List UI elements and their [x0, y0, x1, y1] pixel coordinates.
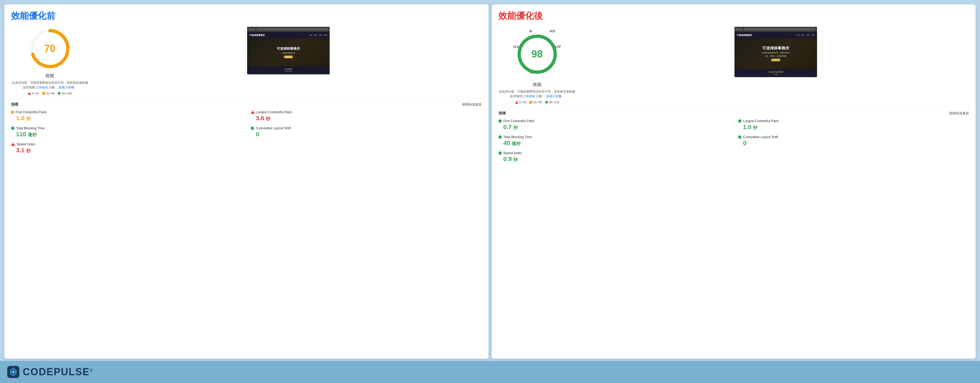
before-si-value: 3.1 秒 [16, 147, 242, 154]
after-cls-label: Cumulative Layout Shift [743, 135, 778, 139]
browser-url-bar [256, 28, 328, 31]
before-panel: 效能優化前 70 效能 此為預估值，可能與實際情況有所不同，系統會直接根據這些指… [5, 5, 488, 359]
before-metric-cls-name-row: Cumulative Layout Shift [251, 126, 482, 130]
before-metric-lcp: Largest Contentful Paint 3.6 秒 [251, 110, 482, 122]
after-metric-tbt-name-row: Total Blocking Time [498, 135, 729, 139]
after-metric-lcp-name-row: Largest Contentful Paint [738, 119, 969, 123]
after-score-value: 98 [531, 48, 542, 60]
after-si-value: 0.9 秒 [503, 155, 729, 163]
after-nav-item-3: 服務 [807, 34, 810, 36]
before-tbt-icon [11, 127, 14, 130]
after-legend-green: 90–100 [545, 101, 559, 104]
dot3 [253, 29, 255, 30]
after-cls-value: 0 [743, 139, 969, 147]
after-fcp-icon [498, 119, 502, 123]
before-title: 效能優化前 [11, 10, 482, 22]
codepulse-icon [6, 365, 20, 378]
after-browser-url-bar [744, 28, 815, 31]
after-dot2 [738, 29, 740, 30]
before-metric-fcp: First Contentful Paint 1.0 秒 [11, 110, 242, 122]
after-metric-fcp-name-row: First Contentful Paint [498, 119, 729, 123]
dot2 [251, 29, 252, 30]
legend-orange: 50–89 [42, 92, 55, 95]
after-footer-text: 法律服務 [773, 73, 778, 75]
after-dot1 [736, 29, 738, 30]
before-performance-label: 效能 [45, 73, 54, 79]
legend-green-icon [58, 92, 60, 95]
after-metrics-label: 指標 [498, 111, 506, 116]
before-calc-link[interactable]: 計算效能 [36, 85, 48, 89]
before-si-label: Speed Index [17, 142, 35, 146]
before-metrics-label: 指標 [11, 102, 18, 107]
after-footer-logo: 法律顧問服務團隊 [768, 71, 783, 73]
before-metric-tbt: Total Blocking Time 110 毫秒 [11, 126, 242, 138]
before-fcp-value: 1.0 秒 [16, 115, 242, 122]
before-website-screenshot: 可道律師事務所 首頁 關於 服務 聯絡 可道律師事務所 法律顧問服務首選 聯 [247, 27, 330, 74]
after-site-logo: 可道律師事務所 [737, 34, 752, 37]
before-browser-mock: 可道律師事務所 首頁 關於 服務 聯絡 可道律師事務所 法律顧問服務首選 聯 [247, 27, 329, 74]
after-metric-si: Speed Index 0.9 秒 [498, 151, 729, 163]
after-lcp-label: Largest Contentful Paint [743, 119, 779, 123]
before-tbt-label: Total Blocking Time [16, 126, 45, 130]
footer: CODEPULSE® [0, 361, 980, 383]
after-calc-link2[interactable]: 查看計算機 [546, 95, 561, 98]
after-nav-items: 首頁 關於 服務 聯絡 [797, 34, 815, 36]
after-hero: 可道律師事務所 法律顧問網頁服務首選，免費法律諮詢 訴訟「訂閱式」法律顧問服務 … [735, 38, 817, 69]
after-metric-tbt: Total Blocking Time 40 毫秒 [498, 135, 729, 147]
legend-orange-icon [42, 92, 45, 95]
before-desc: 此為預估值，可能與實際情況有所不同，系統會直接根據這些指標 計算效能 分數 ，查… [11, 81, 89, 90]
before-calc-link2[interactable]: 查看計算機 [59, 85, 74, 89]
before-nav: 可道律師事務所 首頁 關於 服務 聯絡 [247, 32, 329, 38]
nav-item-1: 首頁 [309, 34, 312, 36]
nav-item-2: 關於 [314, 34, 317, 36]
before-browser-bar [247, 27, 329, 32]
after-metric-si-name-row: Speed Index [498, 151, 729, 155]
after-divider [498, 107, 969, 108]
before-nav-items: 首頁 關於 服務 聯絡 [309, 34, 328, 36]
after-calc-link[interactable]: 計算效能 [523, 95, 535, 98]
before-metric-tbt-name-row: Total Blocking Time [11, 126, 242, 130]
before-site-logo: 可道律師事務所 [249, 34, 265, 37]
after-tbt-label: Total Blocking Time [503, 135, 532, 139]
after-title: 效能優化後 [498, 10, 969, 22]
after-metrics-grid: First Contentful Paint 0.7 秒 Largest Con… [498, 119, 969, 163]
before-hero: 可道律師事務所 法律顧問服務首選 聯絡我們 [247, 38, 329, 66]
after-browser-mock: 可道律師事務所 首頁 關於 服務 聯絡 可道律師事務所 法律顧問網頁服務首選，免… [735, 27, 817, 77]
before-metric-si-name-row: Speed Index [11, 142, 242, 146]
main-content: 效能優化前 70 效能 此為預估值，可能與實際情況有所不同，系統會直接根據這些指… [0, 0, 980, 361]
after-footer-section: 法律顧問服務團隊 法律服務 [735, 69, 817, 77]
before-hero-title: 可道律師事務所 [277, 46, 300, 51]
before-footer-text: 法律服務團隊 [284, 71, 293, 73]
after-hero-btn: 立即諮詢 [771, 59, 780, 61]
after-hero-title: 可道律師事務所 [762, 46, 789, 51]
after-nav-item-4: 聯絡 [811, 34, 815, 36]
before-tbt-value: 110 毫秒 [16, 131, 242, 138]
before-metric-lcp-name-row: Largest Contentful Paint [251, 110, 482, 114]
after-score-section: SI FCP LCP CLS TBT 98 [498, 27, 576, 104]
after-lcp-value: 1.0 秒 [743, 123, 969, 131]
after-legend-orange-icon [530, 101, 532, 104]
legend-red: 0–49 [28, 92, 39, 95]
before-fcp-icon [11, 111, 14, 114]
before-legend: 0–49 50–89 90–100 [28, 92, 72, 95]
after-legend-red-icon [515, 101, 519, 104]
before-header: 70 效能 此為預估值，可能與實際情況有所不同，系統會直接根據這些指標 計算效能… [11, 27, 482, 95]
before-footer-section: 律師團隊 法律服務團隊 [247, 66, 329, 74]
before-si-icon [11, 142, 15, 146]
before-lcp-value: 3.6 秒 [256, 115, 482, 122]
after-nav-item-2: 關於 [802, 34, 805, 36]
after-legend: 0–49 50–89 90–100 [515, 101, 559, 104]
after-legend-orange: 50–89 [530, 101, 542, 104]
before-expand-btn[interactable]: 展開檢視畫面 [462, 102, 482, 107]
after-legend-green-icon [545, 101, 548, 104]
before-metric-fcp-name-row: First Contentful Paint [11, 110, 242, 114]
after-nav-item-1: 首頁 [797, 34, 800, 36]
before-fcp-label: First Contentful Paint [16, 110, 46, 114]
before-footer-logo: 律師團隊 [285, 68, 292, 71]
after-expand-btn[interactable]: 展開檢視畫面 [949, 111, 969, 116]
before-score-section: 70 效能 此為預估值，可能與實際情況有所不同，系統會直接根據這些指標 計算效能… [11, 27, 89, 95]
dot1 [249, 29, 250, 30]
legend-red-icon [28, 92, 31, 95]
before-score-value: 70 [44, 43, 55, 54]
after-hero-subtitle2: 訴訟「訂閱式」法律顧問服務 [765, 55, 786, 57]
